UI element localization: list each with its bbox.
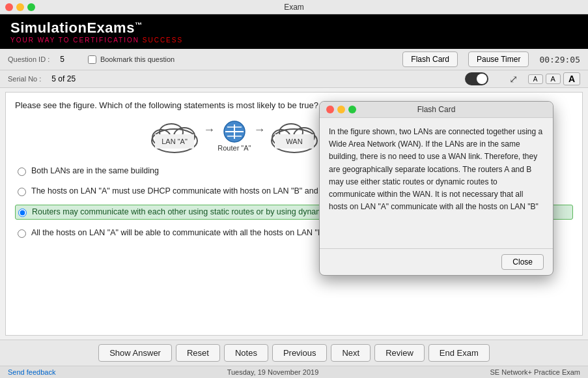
- flash-card-button[interactable]: Flash Card: [402, 51, 458, 67]
- close-window-btn[interactable]: [5, 3, 13, 11]
- info-bar-row2: Serial No : 5 of 25 ⤢ A A A: [0, 70, 588, 88]
- brand-tagline: YOUR WAY TO CERTIFICATION SUCCESS: [10, 36, 578, 44]
- feedback-link[interactable]: Send feedback: [8, 368, 55, 376]
- status-exam-name: SE Network+ Practice Exam: [490, 368, 580, 376]
- font-medium-btn[interactable]: A: [546, 74, 561, 84]
- minimize-window-btn[interactable]: [16, 3, 24, 11]
- option-1-text: Both LANs are in the same building: [31, 166, 159, 175]
- previous-button[interactable]: Previous: [272, 344, 328, 362]
- flash-card-popup: Flash Card In the figure shown, two LANs…: [319, 101, 553, 276]
- end-exam-button[interactable]: End Exam: [428, 344, 490, 362]
- flash-card-close-button[interactable]: Close: [501, 254, 544, 270]
- window-title: Exam: [284, 3, 304, 12]
- option-3-text: Routers may communicate with each other …: [32, 207, 356, 216]
- option-2-radio[interactable]: [18, 188, 26, 196]
- router-a: Router "A": [217, 121, 251, 152]
- serial-no-label: Serial No :: [8, 75, 41, 83]
- pause-timer-button[interactable]: Pause Timer: [468, 51, 529, 67]
- router-a-svg: [220, 121, 249, 143]
- font-large-btn[interactable]: A: [563, 72, 580, 85]
- popup-window-controls: [326, 106, 356, 113]
- title-bar: Exam: [0, 0, 588, 14]
- question-id-group: Question ID :: [8, 55, 49, 63]
- wan-cloud: WAN: [268, 118, 320, 154]
- option-1-radio[interactable]: [18, 167, 26, 176]
- popup-footer: Close: [320, 248, 553, 275]
- popup-title: Flash Card: [417, 105, 456, 114]
- dark-mode-toggle[interactable]: [465, 72, 488, 85]
- notes-button[interactable]: Notes: [224, 344, 268, 362]
- lan-a-cloud: LAN "A": [148, 118, 201, 154]
- next-button[interactable]: Next: [331, 344, 371, 362]
- arrow-1: →: [203, 123, 215, 137]
- svg-text:WAN: WAN: [286, 138, 302, 145]
- font-controls: A A A: [528, 72, 580, 85]
- bookmark-area: Bookmark this question: [88, 55, 175, 64]
- font-small-btn[interactable]: A: [528, 74, 543, 84]
- status-date: Tuesday, 19 November 2019: [227, 368, 319, 376]
- flash-card-content: In the figure shown, two LANs are connec…: [320, 118, 553, 248]
- bookmark-checkbox[interactable]: [88, 55, 96, 64]
- toggle-knob: [477, 74, 487, 84]
- maximize-window-btn[interactable]: [27, 3, 35, 11]
- option-4-radio[interactable]: [18, 229, 26, 238]
- bottom-toolbar: Show Answer Reset Notes Previous Next Re…: [0, 340, 588, 366]
- status-bar: Send feedback Tuesday, 19 November 2019 …: [0, 366, 588, 378]
- option-4-text: All the hosts on LAN "A" will be able to…: [31, 228, 326, 237]
- lan-a-svg: LAN "A": [148, 118, 201, 154]
- wan-svg: WAN: [268, 118, 320, 154]
- option-3-radio[interactable]: [18, 209, 27, 217]
- popup-title-bar: Flash Card: [320, 102, 553, 118]
- popup-min-control[interactable]: [337, 106, 345, 113]
- question-id-label: Question ID :: [8, 55, 49, 63]
- window-controls: [5, 3, 35, 11]
- bookmark-label: Bookmark this question: [100, 55, 175, 63]
- reset-button[interactable]: Reset: [176, 344, 220, 362]
- arrow-2: →: [254, 123, 266, 137]
- toggle-container: [465, 72, 488, 85]
- review-button[interactable]: Review: [374, 344, 425, 362]
- show-answer-button[interactable]: Show Answer: [98, 344, 172, 362]
- brand-name: SimulationExams™: [10, 20, 578, 36]
- info-bar-row1: Question ID : 5 Bookmark this question F…: [0, 49, 588, 70]
- popup-max-control[interactable]: [348, 106, 356, 113]
- svg-text:LAN "A": LAN "A": [161, 138, 188, 145]
- expand-icon[interactable]: ⤢: [509, 73, 518, 85]
- question-id-value: 5: [60, 55, 64, 64]
- router-a-label: Router "A": [217, 144, 251, 152]
- serial-no-value: 5 of 25: [51, 74, 76, 83]
- popup-close-control[interactable]: [326, 106, 334, 113]
- option-2-text: The hosts on LAN "A" must use DHCP commu…: [31, 186, 359, 196]
- header-banner: SimulationExams™ YOUR WAY TO CERTIFICATI…: [0, 14, 588, 49]
- timer: 00:29:05: [539, 55, 580, 65]
